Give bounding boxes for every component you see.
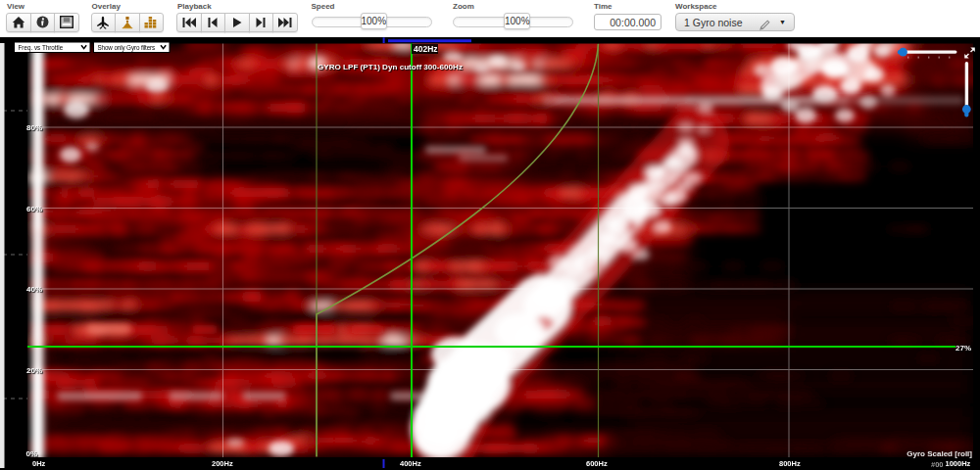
svg-text:800Hz: 800Hz bbox=[779, 459, 801, 468]
svg-text:80%: 80% bbox=[26, 123, 42, 132]
svg-text:#00: #00 bbox=[931, 460, 944, 469]
svg-text:Freq. vs Throttle: Freq. vs Throttle bbox=[19, 44, 64, 52]
svg-text:27%: 27% bbox=[956, 344, 971, 352]
svg-text:400Hz: 400Hz bbox=[400, 459, 421, 468]
svg-text:200Hz: 200Hz bbox=[212, 459, 233, 468]
svg-text:1000Hz: 1000Hz bbox=[946, 459, 971, 468]
svg-text:20%: 20% bbox=[26, 366, 42, 375]
svg-text:Gyro Scaled [roll]: Gyro Scaled [roll] bbox=[906, 449, 972, 458]
svg-text:60%: 60% bbox=[26, 205, 42, 213]
svg-text:Show only Gyro filters: Show only Gyro filters bbox=[98, 44, 156, 52]
svg-text:600Hz: 600Hz bbox=[586, 459, 608, 468]
svg-text:GYRO LPF (PT1) Dyn cutoff 300-: GYRO LPF (PT1) Dyn cutoff 300-600Hz bbox=[318, 63, 463, 71]
svg-text:0%: 0% bbox=[25, 449, 37, 458]
svg-text:40%: 40% bbox=[26, 285, 42, 294]
svg-text:0Hz: 0Hz bbox=[32, 459, 46, 468]
svg-text:402Hz: 402Hz bbox=[414, 44, 438, 54]
